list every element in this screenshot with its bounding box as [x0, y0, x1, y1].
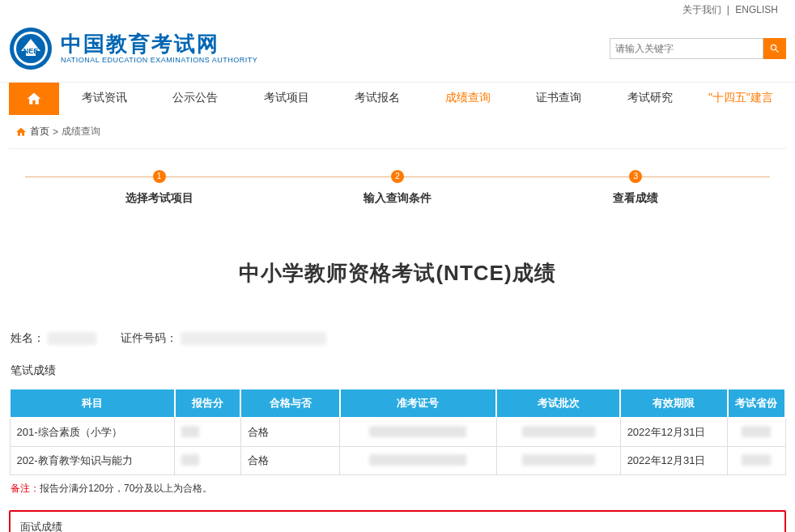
cell-admission-redacted	[340, 418, 497, 447]
col-score: 报告分	[175, 389, 241, 418]
nav-item-research[interactable]: 考试研究	[605, 83, 695, 115]
cell-valid: 2022年12月31日	[620, 447, 727, 475]
col-subject: 科目	[10, 389, 175, 418]
step-1-dot: 1	[153, 170, 166, 183]
step-1-label: 选择考试项目	[125, 191, 193, 206]
col-pass: 合格与否	[240, 389, 339, 418]
step-3-label: 查看成绩	[613, 191, 658, 206]
cell-province-redacted	[728, 447, 785, 475]
id-value-redacted	[181, 332, 326, 345]
cell-batch-redacted	[496, 447, 620, 475]
breadcrumb-sep: >	[53, 126, 58, 138]
search-icon	[769, 43, 780, 54]
nav-item-score-query[interactable]: 成绩查询	[423, 83, 513, 115]
note-label: 备注：	[11, 483, 40, 494]
breadcrumb: 首页 > 成绩查询	[9, 115, 786, 149]
cell-pass: 合格	[240, 447, 339, 475]
col-batch: 考试批次	[496, 389, 620, 418]
site-logo: NEE	[9, 27, 53, 70]
name-label: 姓名：	[11, 331, 45, 346]
step-3-dot: 3	[629, 170, 642, 183]
note-text: 报告分满分120分，70分及以上为合格。	[40, 483, 212, 494]
identity-row: 姓名： 证件号码：	[9, 331, 786, 359]
site-title-cn: 中国教育考试网	[61, 33, 257, 54]
interview-section: 面试成绩 科目 合格与否 准考证号 考试批次 考试省份 241-小学语文 合格	[9, 510, 786, 532]
col-valid: 有效期限	[620, 389, 727, 418]
cell-score-redacted	[175, 447, 241, 475]
home-icon	[26, 91, 42, 107]
cell-subject: 201-综合素质（小学）	[10, 418, 175, 447]
nav-item-news[interactable]: 考试资讯	[59, 83, 150, 115]
table-row: 201-综合素质（小学） 合格 2022年12月31日	[10, 418, 785, 447]
nav-home[interactable]	[9, 83, 59, 115]
search-button[interactable]	[763, 38, 786, 59]
col-admission: 准考证号	[340, 389, 497, 418]
nav-item-1455[interactable]: "十四五"建言	[695, 83, 786, 115]
breadcrumb-home[interactable]: 首页	[30, 125, 49, 138]
english-link[interactable]: ENGLISH	[735, 4, 778, 15]
cell-province-redacted	[728, 418, 785, 447]
site-title-en: NATIONAL EDUCATION EXAMINATIONS AUTHORIT…	[61, 56, 257, 64]
note: 备注：报告分满分120分，70分及以上为合格。	[9, 475, 786, 510]
written-score-table: 科目 报告分 合格与否 准考证号 考试批次 有效期限 考试省份 201-综合素质…	[9, 388, 786, 475]
step-indicator: 1 选择考试项目 2 输入查询条件 3 查看成绩	[25, 170, 770, 219]
cell-valid: 2022年12月31日	[620, 418, 727, 447]
breadcrumb-current: 成绩查询	[62, 125, 100, 138]
svg-text:NEE: NEE	[23, 47, 39, 55]
separator: |	[727, 4, 729, 15]
page-title: 中小学教师资格考试(NTCE)成绩	[9, 259, 786, 287]
cell-score-redacted	[175, 418, 241, 447]
nav-item-cert-query[interactable]: 证书查询	[513, 83, 604, 115]
name-value-redacted	[48, 332, 96, 345]
nav-item-announcement[interactable]: 公示公告	[150, 83, 240, 115]
table-row: 202-教育教学知识与能力 合格 2022年12月31日	[10, 447, 785, 475]
step-2-dot: 2	[391, 170, 404, 183]
search-input[interactable]	[610, 38, 763, 59]
cell-pass: 合格	[240, 418, 339, 447]
cell-batch-redacted	[496, 418, 620, 447]
id-label: 证件号码：	[121, 331, 177, 346]
nav-item-projects[interactable]: 考试项目	[241, 83, 332, 115]
home-icon	[15, 126, 27, 138]
about-us-link[interactable]: 关于我们	[682, 4, 721, 15]
step-2-label: 输入查询条件	[363, 191, 432, 206]
interview-section-label: 面试成绩	[19, 520, 776, 532]
cell-subject: 202-教育教学知识与能力	[10, 447, 175, 475]
cell-admission-redacted	[340, 447, 497, 475]
nav-item-register[interactable]: 考试报名	[332, 83, 423, 115]
col-province: 考试省份	[728, 389, 785, 418]
written-section-label: 笔试成绩	[9, 359, 786, 388]
